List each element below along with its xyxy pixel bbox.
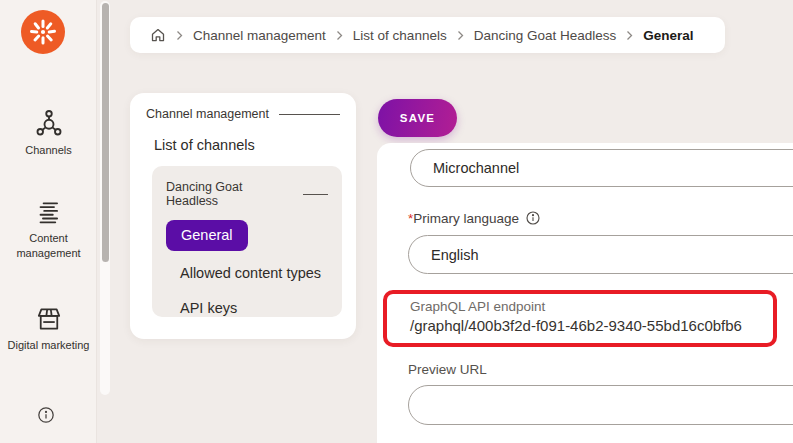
preview-url-label: Preview URL [408,362,487,377]
app-sidebar: Channels Content management [0,0,97,443]
kentico-logo[interactable] [21,10,65,54]
content-lines-icon [35,199,62,226]
save-button[interactable]: SAVE [378,99,457,137]
primary-language-select[interactable]: English [408,235,793,274]
graphql-endpoint-label: GraphQL API endpoint [410,299,773,314]
tree-item-list-of-channels[interactable]: List of channels [154,137,342,153]
tree-header-row: Channel management [146,107,342,121]
storefront-icon [35,305,63,333]
tree-header-divider [279,114,340,115]
vertical-scrollbar-thumb[interactable] [102,3,109,262]
breadcrumb: Channel management List of channels Danc… [130,17,725,53]
tree-item-allowed-content-types[interactable]: Allowed content types [180,265,328,281]
chevron-separator-icon [336,30,343,41]
chevron-separator-icon [457,30,464,41]
breadcrumb-item-dancing-goat-headless[interactable]: Dancing Goat Headless [474,28,617,43]
channel-tree-panel: Channel management List of channels Danc… [130,93,356,339]
chevron-separator-icon [626,30,633,41]
graphql-endpoint-value: /graphql/400b3f2d-f091-46b2-9340-55bd16c… [410,317,773,334]
preview-url-input[interactable] [408,385,793,425]
vertical-scrollbar-track[interactable] [100,1,110,395]
general-settings-panel: Microchannel *Primary language English G… [377,143,793,443]
sidebar-item-label: Channels [25,143,71,158]
channels-molecule-icon [34,108,64,138]
primary-language-info-icon[interactable] [525,210,541,226]
channel-size-select[interactable]: Microchannel [410,149,793,187]
sidebar-info-button[interactable] [36,405,56,425]
breadcrumb-item-channel-management[interactable]: Channel management [193,28,326,43]
primary-language-label: *Primary language [408,210,541,226]
channel-name-row: Dancing Goat Headless [166,180,328,208]
info-circle-icon [36,405,56,425]
sidebar-item-label: Digital marketing [8,338,90,353]
tree-item-general[interactable]: General [166,220,248,251]
kentico-flower-icon [21,10,65,54]
channel-size-value: Microchannel [433,160,519,176]
channel-name-label: Dancing Goat Headless [166,180,294,208]
channel-name-divider [303,194,328,195]
breadcrumb-item-general-current: General [643,28,693,43]
tree-item-api-keys[interactable]: API keys [180,300,328,316]
chevron-separator-icon [176,30,183,41]
sidebar-item-label: Content management [5,231,93,260]
primary-language-value: English [431,247,479,263]
breadcrumb-item-list-of-channels[interactable]: List of channels [353,28,447,43]
tree-header-label: Channel management [146,107,269,121]
sidebar-item-channels[interactable]: Channels [0,108,97,158]
kentico-admin-app: Channels Content management [0,0,793,443]
home-icon[interactable] [150,27,166,43]
sidebar-item-digital-marketing[interactable]: Digital marketing [0,305,97,353]
red-highlight-annotation: GraphQL API endpoint /graphql/400b3f2d-f… [383,290,777,347]
channel-subtree-card: Dancing Goat Headless General Allowed co… [152,166,342,317]
sidebar-item-content-management[interactable]: Content management [0,199,97,260]
